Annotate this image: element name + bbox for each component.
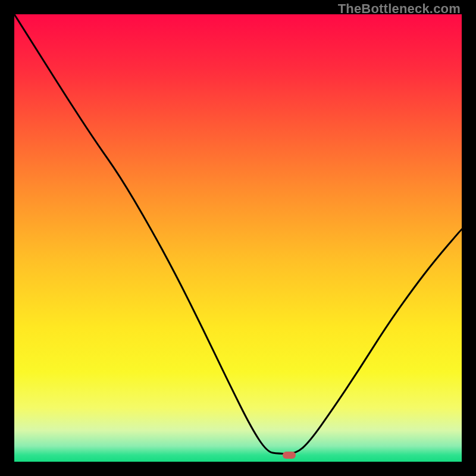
bottleneck-curve [14,14,462,462]
watermark-text: TheBottleneck.com [338,1,461,17]
plot-area [14,14,462,462]
optimum-marker [283,452,296,459]
chart-container: TheBottleneck.com [0,0,476,476]
